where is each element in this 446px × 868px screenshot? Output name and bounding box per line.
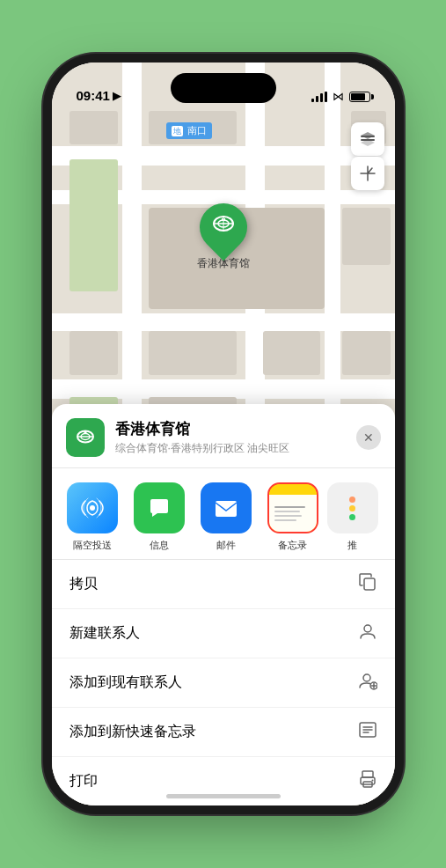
building (342, 331, 391, 375)
location-button[interactable] (351, 157, 384, 190)
svg-rect-27 (362, 771, 373, 777)
svg-point-18 (364, 625, 371, 632)
share-more[interactable]: 推 (326, 482, 379, 552)
action-copy[interactable]: 拷贝 (52, 560, 395, 609)
action-add-contact[interactable]: 添加到现有联系人 (52, 658, 395, 708)
wifi-icon: ⋈ (333, 90, 344, 103)
action-quick-note[interactable]: 添加到新快速备忘录 (52, 708, 395, 757)
venue-info: 香港体育馆 综合体育馆·香港特别行政区 油尖旺区 (115, 419, 356, 456)
building (149, 331, 237, 375)
building (342, 208, 391, 265)
svg-rect-17 (364, 578, 375, 590)
add-contact-label: 添加到现有联系人 (69, 673, 182, 692)
building (69, 111, 118, 144)
svg-point-30 (371, 780, 373, 782)
action-new-contact[interactable]: 新建联系人 (52, 609, 395, 658)
marker-pin (189, 194, 256, 261)
battery-icon (349, 92, 370, 102)
more-label: 推 (347, 539, 357, 552)
svg-point-15 (90, 505, 95, 511)
building (69, 159, 118, 291)
quick-note-label: 添加到新快速备忘录 (69, 723, 196, 741)
copy-icon (358, 572, 377, 596)
share-mail[interactable]: 邮件 (193, 482, 260, 552)
dynamic-island (171, 73, 276, 103)
road (52, 379, 395, 399)
venue-name: 香港体育馆 (115, 419, 356, 439)
location-icon: ▶ (113, 90, 121, 102)
notes-label: 备忘录 (278, 539, 307, 552)
share-messages[interactable]: 信息 (126, 482, 193, 552)
more-icon (327, 482, 378, 533)
svg-point-19 (363, 674, 370, 681)
share-row: 隔空投送 信息 邮件 (52, 468, 395, 560)
messages-label: 信息 (150, 539, 169, 552)
close-button[interactable]: ✕ (356, 425, 381, 450)
phone-frame: 09:41 ▶ ⋈ (52, 63, 395, 805)
action-list: 拷贝 新建联系人 添加到现有联系人 (52, 560, 395, 805)
status-icons: ⋈ (311, 90, 370, 103)
copy-label: 拷贝 (69, 575, 98, 593)
road (52, 313, 395, 331)
status-time: 09:41 ▶ (77, 88, 121, 103)
metro-icon: 地 (172, 126, 183, 136)
stadium-icon (210, 211, 237, 243)
airdrop-label: 隔空投送 (73, 539, 112, 552)
svg-rect-16 (216, 501, 237, 517)
bottom-sheet: 香港体育馆 综合体育馆·香港特别行政区 油尖旺区 ✕ (52, 404, 395, 805)
airdrop-icon (67, 482, 118, 533)
notes-icon (267, 482, 318, 533)
map-layers-button[interactable] (351, 122, 384, 156)
new-contact-label: 新建联系人 (69, 624, 140, 643)
share-airdrop[interactable]: 隔空投送 (59, 482, 126, 552)
stadium-marker: 香港体育馆 (197, 203, 250, 271)
svg-rect-13 (84, 431, 85, 434)
map-label: 地 南口 (166, 122, 212, 139)
venue-icon (66, 418, 105, 457)
new-contact-icon (358, 622, 377, 645)
map-buttons (351, 122, 384, 190)
signal-bars-icon (311, 92, 327, 102)
mail-label: 邮件 (216, 539, 236, 552)
add-contact-icon (358, 671, 377, 695)
quick-note-icon (358, 720, 377, 744)
mail-icon (201, 482, 252, 533)
venue-subtitle: 综合体育馆·香港特别行政区 油尖旺区 (115, 441, 356, 456)
print-icon (358, 769, 377, 793)
svg-marker-2 (361, 132, 375, 139)
messages-icon (134, 482, 185, 533)
building (69, 331, 118, 375)
home-indicator (166, 794, 281, 798)
share-notes[interactable]: 备忘录 (260, 482, 326, 552)
building (263, 331, 320, 375)
clock: 09:41 (77, 88, 110, 103)
svg-rect-14 (85, 431, 87, 434)
venue-header: 香港体育馆 综合体育馆·香港特别行政区 油尖旺区 ✕ (52, 404, 395, 468)
print-label: 打印 (69, 772, 98, 791)
